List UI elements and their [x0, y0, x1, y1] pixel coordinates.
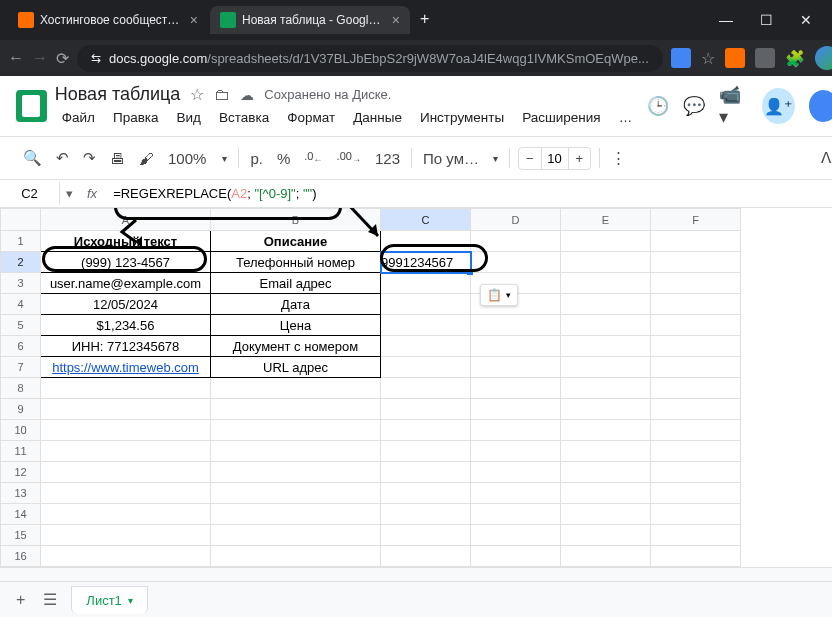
- formula-input[interactable]: =REGEXREPLACE(A2; "[^0-9]"; ""): [105, 182, 832, 206]
- spreadsheet-grid[interactable]: A B C D E F 1 Исходный текст Описание 2 …: [0, 208, 741, 567]
- menu-more[interactable]: …: [612, 107, 640, 128]
- horizontal-scrollbar[interactable]: [0, 567, 832, 581]
- undo-button[interactable]: ↶: [49, 143, 76, 173]
- cell-c2[interactable]: 9991234567: [381, 252, 471, 273]
- reload-button[interactable]: ⟳: [56, 49, 69, 68]
- decrease-fontsize-button[interactable]: −: [519, 148, 541, 169]
- collapse-toolbar-icon[interactable]: ᐱ: [814, 143, 832, 173]
- name-box[interactable]: C2: [0, 182, 60, 205]
- cell-b1[interactable]: Описание: [211, 231, 381, 252]
- row-header-16[interactable]: 16: [1, 546, 41, 567]
- menu-insert[interactable]: Вставка: [212, 107, 276, 128]
- percent-button[interactable]: %: [270, 144, 297, 173]
- browser-tab-0[interactable]: Хостинговое сообщество «Tim... ×: [8, 6, 208, 34]
- menu-file[interactable]: Файл: [55, 107, 102, 128]
- sheets-logo[interactable]: [16, 90, 47, 122]
- new-tab-button[interactable]: +: [412, 6, 437, 34]
- comments-icon[interactable]: 💬: [683, 95, 705, 117]
- back-button[interactable]: ←: [8, 49, 24, 67]
- paste-options-button[interactable]: 📋 ▾: [480, 284, 518, 306]
- profile-avatar[interactable]: [815, 46, 832, 70]
- document-title[interactable]: Новая таблица: [55, 84, 181, 105]
- cell-a5[interactable]: $1,234.56: [41, 315, 211, 336]
- cell-b7[interactable]: URL адрес: [211, 357, 381, 378]
- paint-format-button[interactable]: 🖌: [132, 144, 161, 173]
- cell-a3[interactable]: user.name@example.com: [41, 273, 211, 294]
- menu-extensions[interactable]: Расширения: [515, 107, 608, 128]
- row-header-4[interactable]: 4: [1, 294, 41, 315]
- star-icon[interactable]: ☆: [190, 85, 204, 104]
- cell-c1[interactable]: [381, 231, 471, 252]
- row-header-8[interactable]: 8: [1, 378, 41, 399]
- close-tab-icon[interactable]: ×: [190, 12, 198, 28]
- bookmark-icon[interactable]: ☆: [701, 49, 715, 68]
- menu-data[interactable]: Данные: [346, 107, 409, 128]
- row-header-10[interactable]: 10: [1, 420, 41, 441]
- row-header-6[interactable]: 6: [1, 336, 41, 357]
- menu-format[interactable]: Формат: [280, 107, 342, 128]
- font-size-input[interactable]: [541, 148, 569, 169]
- maximize-button[interactable]: ☐: [756, 12, 776, 28]
- column-header-e[interactable]: E: [561, 209, 651, 231]
- row-header-7[interactable]: 7: [1, 357, 41, 378]
- cell-b3[interactable]: Email адрес: [211, 273, 381, 294]
- menu-edit[interactable]: Правка: [106, 107, 166, 128]
- menu-view[interactable]: Вид: [170, 107, 208, 128]
- chevron-down-icon[interactable]: ▾: [215, 147, 234, 170]
- browser-tab-1[interactable]: Новая таблица - Google Табли... ×: [210, 6, 410, 34]
- minimize-button[interactable]: —: [716, 12, 736, 28]
- row-header-17[interactable]: 17: [1, 567, 41, 568]
- close-window-button[interactable]: ✕: [796, 12, 816, 28]
- cell-b6[interactable]: Документ с номером: [211, 336, 381, 357]
- sheet-tab-1[interactable]: Лист1 ▾: [71, 586, 147, 614]
- column-header-f[interactable]: F: [651, 209, 741, 231]
- select-all-corner[interactable]: [1, 209, 41, 231]
- add-sheet-button[interactable]: +: [12, 587, 29, 613]
- forward-button[interactable]: →: [32, 49, 48, 67]
- extension-icon[interactable]: [725, 48, 745, 68]
- column-header-d[interactable]: D: [471, 209, 561, 231]
- row-header-1[interactable]: 1: [1, 231, 41, 252]
- row-header-12[interactable]: 12: [1, 462, 41, 483]
- cell-b4[interactable]: Дата: [211, 294, 381, 315]
- font-dropdown[interactable]: По ум…: [416, 144, 486, 173]
- more-toolbar-icon[interactable]: ⋮: [604, 143, 633, 173]
- chevron-down-icon[interactable]: ▾: [486, 147, 505, 170]
- chevron-down-icon[interactable]: ▾: [128, 595, 133, 606]
- history-icon[interactable]: 🕒: [647, 95, 669, 117]
- row-header-9[interactable]: 9: [1, 399, 41, 420]
- row-header-15[interactable]: 15: [1, 525, 41, 546]
- row-header-3[interactable]: 3: [1, 273, 41, 294]
- cell-a7[interactable]: https://www.timeweb.com: [41, 357, 211, 378]
- cell-a6[interactable]: ИНН: 7712345678: [41, 336, 211, 357]
- cell-b5[interactable]: Цена: [211, 315, 381, 336]
- move-folder-icon[interactable]: 🗀: [214, 86, 230, 104]
- column-header-a[interactable]: A: [41, 209, 211, 231]
- currency-button[interactable]: р.: [243, 144, 270, 173]
- cell-a1[interactable]: Исходный текст: [41, 231, 211, 252]
- extensions-menu-icon[interactable]: 🧩: [785, 49, 805, 68]
- close-tab-icon[interactable]: ×: [392, 12, 400, 28]
- print-button[interactable]: 🖶: [103, 144, 132, 173]
- menu-tools[interactable]: Инструменты: [413, 107, 511, 128]
- name-box-dropdown-icon[interactable]: ▾: [60, 186, 79, 201]
- increase-fontsize-button[interactable]: +: [569, 148, 591, 169]
- extension-icon[interactable]: [755, 48, 775, 68]
- row-header-14[interactable]: 14: [1, 504, 41, 525]
- number-format-button[interactable]: 123: [368, 144, 407, 173]
- cell-b2[interactable]: Телефонный номер: [211, 252, 381, 273]
- account-avatar[interactable]: [809, 90, 832, 122]
- zoom-dropdown[interactable]: 100%: [161, 144, 213, 173]
- share-button[interactable]: 👤⁺: [762, 88, 795, 124]
- search-menu-icon[interactable]: 🔍: [16, 143, 49, 173]
- redo-button[interactable]: ↷: [76, 143, 103, 173]
- row-header-2[interactable]: 2: [1, 252, 41, 273]
- translate-icon[interactable]: [671, 48, 691, 68]
- row-header-11[interactable]: 11: [1, 441, 41, 462]
- row-header-13[interactable]: 13: [1, 483, 41, 504]
- meet-icon[interactable]: 📹▾: [719, 84, 748, 128]
- decrease-decimal-button[interactable]: .0←: [297, 144, 329, 171]
- increase-decimal-button[interactable]: .00→: [330, 144, 368, 171]
- column-header-c[interactable]: C: [381, 209, 471, 231]
- row-header-5[interactable]: 5: [1, 315, 41, 336]
